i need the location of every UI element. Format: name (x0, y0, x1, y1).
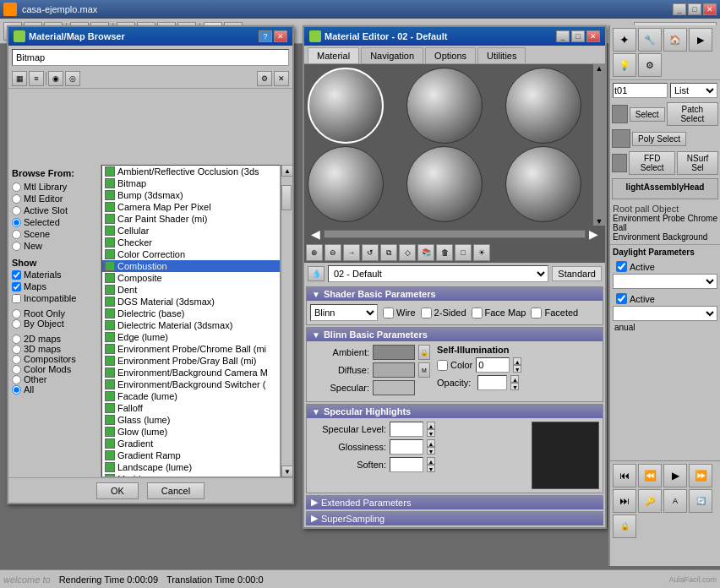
browser-view2-btn[interactable]: ≡ (29, 71, 44, 86)
rp-select-btn[interactable]: Select (630, 107, 665, 122)
scroll-up-arrow[interactable]: ▲ (281, 165, 293, 177)
radio-all[interactable]: All (12, 384, 97, 395)
cb-incompatible[interactable]: Incompatible (12, 293, 97, 303)
active-checkbox-2[interactable]: Active (613, 291, 717, 306)
rp-nsurf-sel-btn[interactable]: NSurf Sel (677, 151, 718, 175)
tab-utilities[interactable]: Utilities (477, 47, 526, 63)
list-item[interactable]: Glass (lume) (102, 414, 280, 426)
list-item[interactable]: Environment/Background Camera M (102, 367, 280, 378)
radio-2d-maps[interactable]: 2D maps (12, 334, 97, 344)
radio-color-mods[interactable]: Color Mods (12, 364, 97, 374)
me-put-material-btn[interactable]: ⊖ (325, 244, 341, 261)
active-check-2[interactable] (616, 293, 627, 304)
wire-check[interactable]: Wire (383, 308, 416, 318)
list-item[interactable]: Environment Probe/Gray Ball (mi) (102, 355, 280, 367)
tab-options[interactable]: Options (425, 47, 476, 63)
me-maximize-btn[interactable]: □ (571, 30, 585, 42)
browser-search-input[interactable] (12, 49, 289, 66)
soften-spinners[interactable]: ▲ ▼ (427, 457, 435, 472)
self-illum-up[interactable]: ▲ (513, 357, 521, 365)
soften-input[interactable]: 0.1 (390, 457, 423, 472)
scroll-thumb[interactable] (281, 185, 292, 210)
me-eyedropper-btn[interactable]: 💧 (308, 266, 325, 281)
me-get-material-btn[interactable]: ⊕ (306, 244, 323, 261)
list-item[interactable]: Glow (lume) (102, 426, 280, 438)
two-sided-check[interactable]: 2-Sided (421, 308, 466, 318)
g-down[interactable]: ▼ (427, 447, 435, 455)
lock-btn[interactable]: 🔒 (613, 514, 636, 538)
scroll-track[interactable] (281, 177, 292, 466)
preview-ball-2[interactable] (406, 68, 483, 144)
me-close-btn[interactable]: ✕ (586, 30, 600, 42)
ambient-swatch[interactable] (373, 345, 415, 360)
extended-params-btn[interactable]: ▶ Extended Parameters (306, 495, 603, 509)
loop-btn[interactable]: 🔄 (689, 489, 712, 513)
cb-materials[interactable]: Materials (12, 270, 97, 280)
preview-ball-1[interactable] (308, 68, 384, 144)
end-btn[interactable]: ⏭ (613, 489, 636, 513)
list-item[interactable]: Bitmap (102, 177, 280, 189)
list-item[interactable]: Environment Probe/Chrome Ball (mi (102, 343, 280, 355)
faceted-check[interactable]: Faceted (531, 308, 578, 318)
color-checkbox[interactable]: Color (437, 360, 472, 371)
list-item[interactable]: Edge (lume) (102, 331, 280, 343)
rp-poly-select-btn[interactable]: Poly Select (632, 132, 686, 146)
me-background-btn[interactable]: □ (455, 244, 472, 261)
cb-maps[interactable]: Maps (12, 281, 97, 291)
maximize-button[interactable]: □ (688, 3, 701, 15)
rp-motion-btn[interactable]: ▶ (689, 28, 712, 52)
me-minimize-btn[interactable]: _ (556, 30, 570, 42)
me-copy-btn[interactable]: ⧉ (380, 244, 397, 261)
list-item[interactable]: Camera Map Per Pixel (102, 201, 280, 213)
self-illum-down[interactable]: ▼ (513, 365, 521, 373)
list-item[interactable]: Dielectric Material (3dsmax) (102, 319, 280, 331)
play-fwd-btn[interactable]: ▶ (663, 464, 687, 487)
radio-active-slot[interactable]: Active Slot (12, 205, 97, 215)
shader-type-select[interactable]: Blinn (310, 304, 378, 321)
list-item[interactable]: Checker (102, 237, 280, 248)
preview-nav-left[interactable]: ◀ (308, 227, 324, 241)
list-item[interactable]: Car Paint Shader (mi) (102, 213, 280, 225)
sl-up[interactable]: ▲ (427, 422, 435, 429)
preview-scroll-track[interactable] (324, 230, 586, 238)
tab-material[interactable]: Material (308, 47, 359, 63)
list-item[interactable]: Combustion (102, 260, 280, 272)
browser-small-icons-btn[interactable]: ◉ (48, 71, 63, 86)
me-reset-btn[interactable]: ↺ (362, 244, 379, 261)
rp-name-input[interactable] (613, 83, 668, 98)
face-map-check[interactable]: Face Map (472, 308, 526, 318)
s-up[interactable]: ▲ (427, 457, 435, 465)
anim-btn[interactable]: A (663, 489, 687, 513)
preview-ball-4[interactable] (308, 146, 384, 222)
cancel-button[interactable]: Cancel (147, 482, 205, 499)
list-item[interactable]: Cellular (102, 225, 280, 237)
me-vertical-scrollbar[interactable]: ▲ ▼ (593, 64, 605, 226)
browser-view1-btn[interactable]: ▦ (12, 71, 27, 86)
rp-create-btn[interactable]: ✦ (613, 28, 636, 52)
close-button[interactable]: ✕ (703, 3, 717, 15)
me-scroll-down[interactable]: ▼ (593, 217, 605, 226)
me-backlight-btn[interactable]: ☀ (473, 244, 490, 261)
me-unique-btn[interactable]: ◇ (399, 244, 416, 261)
radio-by-object[interactable]: By Object (12, 318, 97, 329)
specular-toggle[interactable]: ▼ (312, 407, 320, 416)
rp-display-btn[interactable]: 💡 (613, 53, 636, 77)
preview-ball-6[interactable] (505, 146, 581, 222)
browser-help-button[interactable]: ? (259, 30, 272, 42)
me-material-name-select[interactable]: 02 - Default (328, 265, 548, 282)
list-item[interactable]: Dielectric (base) (102, 308, 280, 319)
rp-patch-select-btn[interactable]: Patch Select (667, 102, 718, 126)
me-put-library-btn[interactable]: 📚 (417, 244, 434, 261)
browser-close-button[interactable]: ✕ (274, 30, 287, 42)
radio-compositors[interactable]: Compositors (12, 354, 97, 364)
radio-mtl-library[interactable]: Mtl Library (12, 182, 97, 192)
list-item[interactable]: Gradient Ramp (102, 449, 280, 461)
sl-down[interactable]: ▼ (427, 429, 435, 437)
play-btn[interactable]: ⏮ (613, 464, 636, 487)
active-check-1[interactable] (616, 261, 627, 272)
self-illum-spinners[interactable]: ▲ ▼ (513, 357, 521, 373)
glossiness-input[interactable]: 10 (390, 439, 423, 455)
spec-level-input[interactable]: 0 (390, 422, 423, 437)
daylight-dropdown-1[interactable] (613, 274, 717, 289)
rp-modify-btn[interactable]: 🔧 (638, 28, 662, 52)
